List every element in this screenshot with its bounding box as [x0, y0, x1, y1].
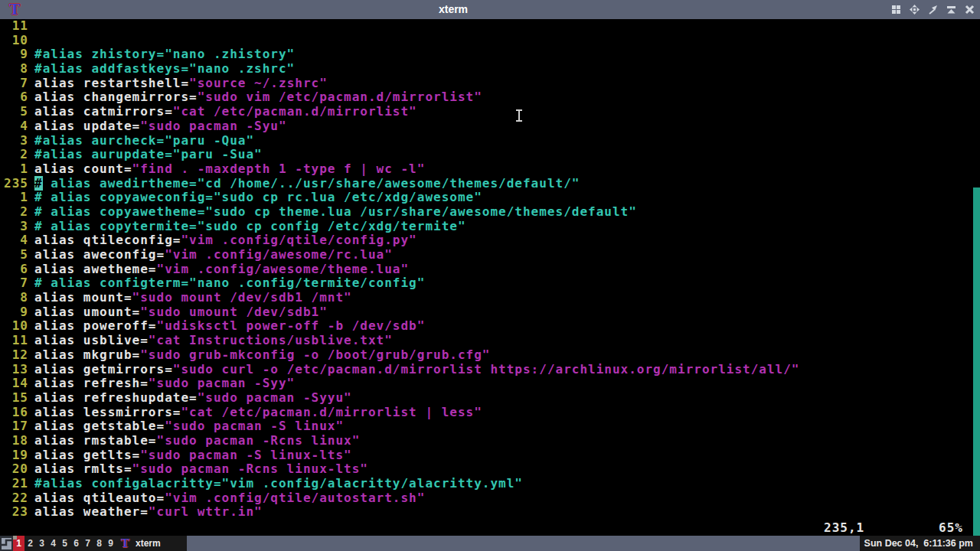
code-segment: alias rmstable=	[34, 433, 157, 448]
titlebar[interactable]: T xterm	[0, 0, 980, 19]
line-number: 15	[3, 391, 28, 406]
vim-line: 2#alias aurupdate="paru -Sua"	[0, 148, 980, 162]
code-segment: "sudo pacman -Syyu"	[198, 390, 352, 405]
code-segment: "vim .config/qtile/autostart.sh"	[165, 491, 425, 505]
code-segment: "cat /etc/pacman.d/mirrorlist | less"	[181, 405, 482, 419]
code-segment: alias mkgrub=	[34, 347, 140, 362]
vim-line: 6alias changemirrors="sudo vim /etc/pacm…	[0, 90, 980, 105]
line-number: 11	[3, 19, 28, 34]
code-segment: "find . -maxdepth 1 -type f | wc -l"	[132, 161, 426, 176]
code-segment: #alias addfastkeys="nano .zshrc"	[34, 61, 295, 76]
code-segment: "sudo grub-mkconfig -o /boot/grub/grub.c…	[140, 347, 490, 362]
line-number: 5	[3, 248, 28, 262]
line-number: 9	[3, 305, 28, 320]
tag-2[interactable]: 2	[24, 536, 36, 551]
line-number: 12	[3, 348, 28, 363]
vim-ruler: 235,1	[824, 520, 864, 535]
line-number: 6	[3, 262, 28, 277]
code-segment: alias catmirrors=	[34, 104, 173, 119]
vim-line-current: 235# alias awedirtheme="cd /home/../usr/…	[0, 177, 980, 191]
line-number: 1	[3, 191, 28, 205]
awesome-wm-logo-icon[interactable]	[0, 536, 13, 551]
line-number: 4	[3, 119, 28, 134]
window-title: xterm	[439, 0, 468, 19]
code-segment: alias refreshupdate=	[34, 390, 198, 405]
line-number: 11	[3, 334, 28, 348]
line-number: 2	[3, 148, 28, 162]
vim-line: 7alias restartshell="source ~/.zshrc"	[0, 77, 980, 91]
code-segment: "vim .config/qtile/config.py"	[181, 233, 416, 247]
vim-line: 23alias weather="curl wttr.in"	[0, 505, 980, 520]
code-segment: alias usblive=	[34, 333, 149, 347]
code-segment: alias getstable=	[34, 419, 165, 433]
line-number: 8	[3, 291, 28, 305]
code-segment: alias mount=	[34, 290, 132, 305]
code-segment: "sudo pacman -S linux"	[165, 419, 344, 433]
code-segment: alias weather=	[34, 504, 149, 519]
tag-7[interactable]: 7	[82, 536, 93, 551]
vim-line: 21#alias configalacritty="vim .config/al…	[0, 477, 980, 491]
vim-scroll-percent: 65%	[939, 520, 963, 535]
code-segment: #alias zhistory="nano .zhistory"	[34, 47, 295, 61]
vim-line: 11alias usblive="cat Instructions/usbliv…	[0, 334, 980, 348]
tag-6[interactable]: 6	[70, 536, 82, 551]
code-segment: alias lessmirrors=	[34, 405, 181, 419]
line-number: 16	[3, 406, 28, 420]
code-segment: alias umount=	[34, 305, 140, 319]
line-number: 8	[3, 62, 28, 77]
tasklist-item-xterm[interactable]: T xterm	[116, 536, 187, 551]
tag-1-active[interactable]: 1	[13, 536, 24, 551]
tag-3[interactable]: 3	[36, 536, 47, 551]
teal-window-edge[interactable]	[973, 187, 980, 536]
code-segment: alias qtileauto=	[34, 491, 165, 505]
vim-line: 13alias getmirrors="sudo curl -o /etc/pa…	[0, 363, 980, 377]
line-number: 3	[3, 220, 28, 234]
vim-line: 9#alias zhistory="nano .zhistory"	[0, 47, 980, 62]
floating-grid-icon[interactable]	[890, 5, 901, 15]
line-number: 10	[3, 34, 28, 48]
code-segment: # alias configterm="nano .config/termite…	[34, 276, 425, 290]
code-segment: alias count=	[34, 161, 132, 176]
tag-9[interactable]: 9	[105, 536, 116, 551]
vim-line: 16alias lessmirrors="cat /etc/pacman.d/m…	[0, 406, 980, 420]
line-number: 18	[3, 434, 28, 448]
vim-line: 3# alias copytermite="sudo cp config /et…	[0, 220, 980, 234]
code-segment: alias rmlts=	[34, 461, 132, 476]
code-segment: alias poweroff=	[34, 318, 157, 333]
line-number: 19	[3, 448, 28, 463]
close-icon[interactable]	[964, 5, 975, 15]
vim-line: 17alias getstable="sudo pacman -S linux"	[0, 419, 980, 434]
vim-line: 2# alias copyawetheme="sudo cp theme.lua…	[0, 205, 980, 220]
code-segment: alias restartshell=	[34, 76, 189, 90]
ontop-pin-icon[interactable]	[927, 5, 938, 15]
line-number: 4	[3, 233, 28, 248]
tag-4[interactable]: 4	[47, 536, 59, 551]
vim-line: 22alias qtileauto="vim .config/qtile/aut…	[0, 491, 980, 506]
vim-line: 1alias count="find . -maxdepth 1 -type f…	[0, 162, 980, 177]
tag-5[interactable]: 5	[59, 536, 70, 551]
maximize-icon[interactable]	[946, 5, 956, 15]
vim-line: 14alias refresh="sudo pacman -Syy"	[0, 377, 980, 391]
code-segment: "sudo pacman -Rcns linux-lts"	[132, 461, 368, 476]
code-segment: "cat /etc/pacman.d/mirrorlist"	[173, 104, 417, 119]
vim-line: 5alias aweconfig="vim .config/awesome/rc…	[0, 248, 980, 262]
code-segment: "sudo pacman -Rcns linux"	[157, 433, 361, 448]
vim-line: 9alias umount="sudo umount /dev/sdb1"	[0, 305, 980, 320]
vim-line: 5alias catmirrors="cat /etc/pacman.d/mir…	[0, 105, 980, 119]
move-icon[interactable]	[909, 5, 920, 15]
line-number: 23	[3, 505, 28, 520]
code-segment: alias aweconfig=	[34, 247, 165, 262]
vim-line: 8alias mount="sudo mount /dev/sdb1 /mnt"	[0, 291, 980, 305]
code-segment: "cat Instructions/usblive.txt"	[149, 333, 393, 347]
vim-terminal-screen[interactable]: 11109#alias zhistory="nano .zhistory"8#a…	[0, 19, 980, 536]
line-number: 3	[3, 134, 28, 148]
line-number: 10	[3, 319, 28, 334]
vim-line: 20alias rmlts="sudo pacman -Rcns linux-l…	[0, 462, 980, 477]
code-segment: "sudo curl -o /etc/pacman.d/mirrorlist h…	[173, 362, 800, 377]
line-number: 6	[3, 90, 28, 105]
line-number: 2	[3, 205, 28, 220]
code-segment: #alias configalacritty="vim .config/alac…	[34, 476, 523, 491]
tag-8[interactable]: 8	[93, 536, 105, 551]
mouse-cursor-ibeam	[514, 109, 524, 122]
line-number: 22	[3, 491, 28, 506]
